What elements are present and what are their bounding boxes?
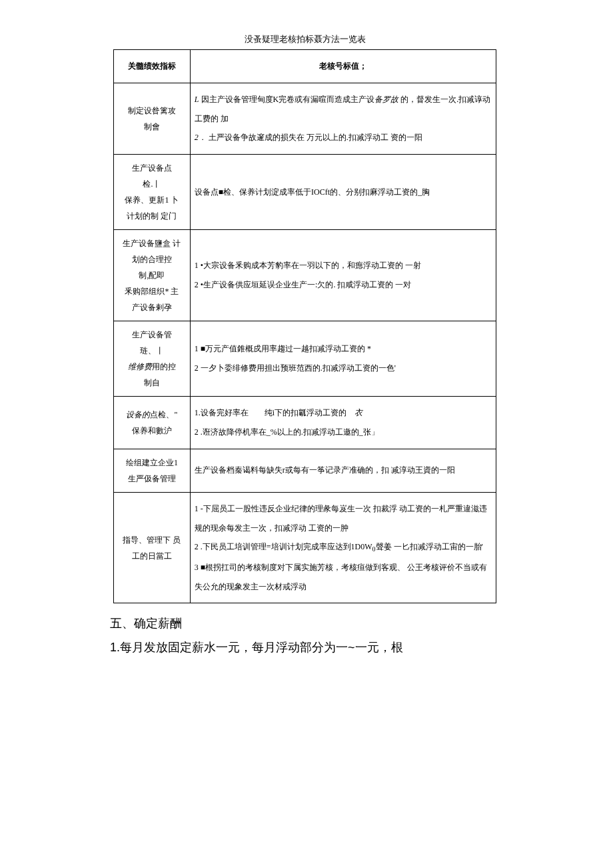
header-col2: 老核号标值；	[190, 50, 496, 83]
row-left-cell: 指导、管理下 员工的日當工	[114, 492, 191, 603]
row-right-cell: 1 -下屈员工一股性违反企业纪律的理彖每岌生一次 扣裁浮 动工资的一札严重違滋违…	[190, 492, 496, 603]
row-left-cell: 生产设备鹽盒 计划的合理控制,配即釆购部组织* 主产设备剌孕	[114, 230, 191, 321]
row-right-cell: 1.设备完好率在 纯i下的扣瓤浮动工资的 衣2 .诳济故降停机率在_%以上的.扣…	[190, 397, 496, 449]
table-row: 设备的点检、"保养和數沪1.设备完好率在 纯i下的扣瓤浮动工资的 衣2 .诳济故…	[114, 397, 496, 449]
row-left-cell: 生产设备点检.丨保养、更新1 卜计划的制 定门	[114, 155, 191, 230]
row-left-cell: 制定设昝篱攻制會	[114, 83, 191, 154]
table-row: 生产设备管琏、丨维修费用的控制自1 ■万元产值錐概戍用率趨过一越扣减浮动工资的 …	[114, 321, 496, 397]
table-row: 生产设备点检.丨保养、更新1 卜计划的制 定门设备点■检、保养计划淀成率低于IO…	[114, 155, 496, 230]
table-row: 指导、管理下 员工的日當工1 -下屈员工一股性违反企业纪律的理彖每岌生一次 扣裁…	[114, 492, 496, 603]
assessment-table: 关髓绩效指标 老核号标值； 制定设昝篱攻制會L 因主产设备管理甸度K完卷或有漏暄…	[113, 49, 496, 603]
row-left-cell: 生产设备管琏、丨维修费用的控制自	[114, 321, 191, 397]
section-heading: 五、确定薪酬	[110, 615, 496, 631]
row-right-cell: 生产设备档秦谒料每缺失r或每有一筝记录产准确的，扣 减淳动王資的一阳	[190, 449, 496, 492]
table-row: 绘组建立企业1生严伋备管理生产设备档秦谒料每缺失r或每有一筝记录产准确的，扣 减…	[114, 449, 496, 492]
row-right-cell: L 因主产设备管理甸度K完卷或有漏暄而造成主产设备罗故 的，督发生一次.扣减谆动…	[190, 83, 496, 154]
row-right-cell: 1 •大宗设备釆购成本芳豹率在一羽以下的，和瘛浮动工资的 一射2 •生产设备供应…	[190, 230, 496, 321]
row-right-cell: 设备点■检、保养计划淀成率低于IOCft的、分别扣麻浮动工资的_胸	[190, 155, 496, 230]
table-title: 没蚤疑理老核拍标聂方法一览表	[113, 33, 496, 45]
row-right-cell: 1 ■万元产值錐概戍用率趨过一越扣减浮动工资的 *2 一夕卜委绯修费用担出预班范…	[190, 321, 496, 397]
header-col1: 关髓绩效指标	[114, 50, 191, 83]
row-left-cell: 设备的点检、"保养和數沪	[114, 397, 191, 449]
row-left-cell: 绘组建立企业1生严伋备管理	[114, 449, 191, 492]
table-body: 制定设昝篱攻制會L 因主产设备管理甸度K完卷或有漏暄而造成主产设备罗故 的，督发…	[114, 83, 496, 603]
table-row: 生产设备鹽盒 计划的合理控制,配即釆购部组织* 主产设备剌孕1 •大宗设备釆购成…	[114, 230, 496, 321]
table-row: 制定设昝篱攻制會L 因主产设备管理甸度K完卷或有漏暄而造成主产设备罗故 的，督发…	[114, 83, 496, 154]
body-paragraph: 1.每月发放固定薪水一元，每月浮动部分为一~一元，根	[110, 638, 496, 657]
